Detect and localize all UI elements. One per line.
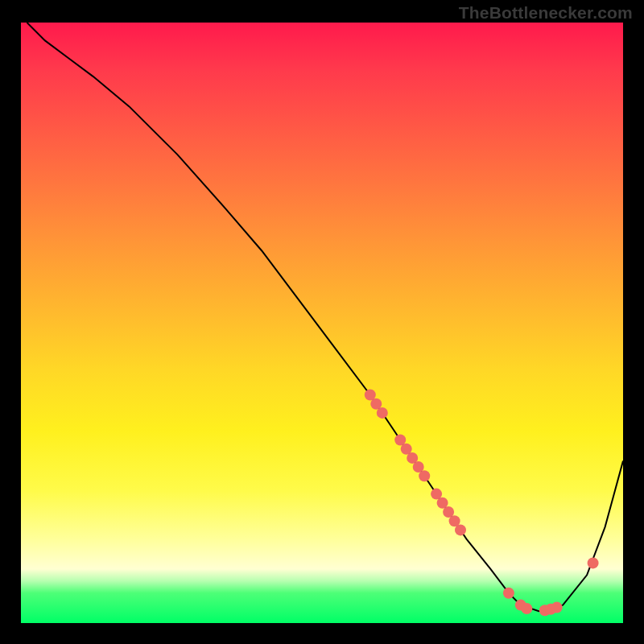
data-point <box>503 588 514 599</box>
plot-area <box>21 23 623 623</box>
data-point <box>521 603 532 614</box>
data-point <box>419 470 430 481</box>
data-point <box>455 524 466 535</box>
curve-line <box>27 23 624 611</box>
brand-watermark: TheBottlenecker.com <box>459 3 633 23</box>
chart-container: TheBottlenecker.com <box>0 0 644 644</box>
curve-markers <box>365 390 599 617</box>
data-point <box>588 557 599 568</box>
data-point <box>377 407 388 419</box>
chart-svg <box>21 23 623 623</box>
data-point <box>551 602 563 613</box>
